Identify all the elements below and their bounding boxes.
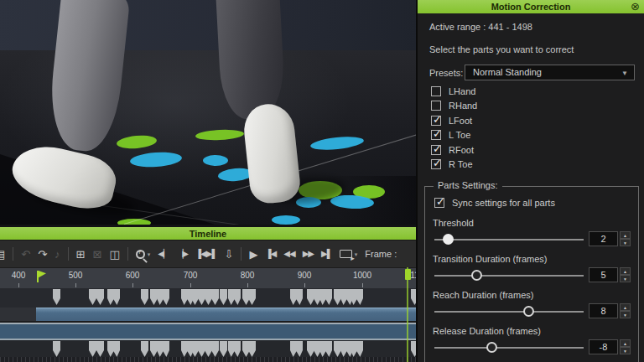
keyframe-marker[interactable] [307, 341, 314, 357]
keyframe-track-top[interactable] [0, 288, 416, 308]
fit-range-icon[interactable]: ▐◀▶▌ [195, 250, 217, 258]
collect-clip-icon[interactable]: ↶ [21, 249, 30, 260]
checkbox-rtoe[interactable] [431, 159, 441, 169]
keyframe-marker[interactable] [351, 341, 363, 357]
timeline-ruler[interactable]: 40050060070080090010001100 [0, 267, 416, 288]
presets-dropdown[interactable]: Normal Standing ▼ [465, 65, 635, 80]
keyframe-marker[interactable] [150, 341, 158, 357]
range-track[interactable] [0, 323, 416, 340]
part-row-rtoe[interactable]: R Toe [431, 158, 477, 173]
sync-settings-row[interactable]: Sync settings for all parts [434, 198, 555, 208]
next-frame-button[interactable]: ▶▶ [303, 250, 314, 258]
clipboard-icon[interactable]: ▤ [0, 249, 5, 260]
keyframe-marker[interactable] [53, 289, 60, 305]
sync-checkbox[interactable] [434, 198, 444, 208]
keyframe-marker[interactable] [157, 289, 169, 305]
keyframe-marker[interactable] [319, 289, 332, 305]
value-field[interactable]: -8 [589, 339, 618, 354]
keyframe-marker[interactable] [211, 341, 219, 357]
timeline-scroll-strip[interactable] [0, 357, 416, 362]
spin-up-button[interactable]: ▲ [620, 231, 631, 239]
keyframe-track-bottom[interactable] [0, 340, 416, 357]
checkbox-lfoot[interactable] [431, 116, 441, 126]
delete-track-icon[interactable]: ⊠ [93, 249, 102, 260]
export-range-icon[interactable]: ⇩ [225, 249, 234, 260]
part-row-rhand[interactable]: RHand [431, 99, 477, 114]
slider-handle[interactable] [443, 234, 454, 245]
panel-title-bar[interactable]: Motion Correction ⊗ [418, 0, 644, 13]
checkbox-rfoot[interactable] [431, 145, 441, 155]
dropdown-caret-icon[interactable]: ▾ [355, 251, 358, 257]
keyframe-marker[interactable] [290, 341, 303, 357]
keyframe-marker[interactable] [351, 289, 363, 305]
keyframe-marker[interactable] [89, 289, 96, 305]
keyframe-marker[interactable] [228, 341, 241, 357]
keyframe-marker[interactable] [290, 289, 303, 305]
loop-range-button[interactable]: ▾ [340, 250, 358, 258]
keyframe-marker[interactable] [205, 289, 212, 305]
value-field[interactable]: 5 [589, 267, 618, 282]
value-field[interactable]: 8 [589, 303, 618, 318]
align-right-key-icon[interactable]: ▕▶ [177, 250, 188, 258]
keyframe-marker[interactable] [248, 341, 256, 357]
part-row-lfoot[interactable]: LFoot [431, 113, 477, 128]
motion-clip[interactable] [36, 308, 416, 321]
collect-clip-add-icon[interactable]: ↷ [38, 249, 47, 260]
audio-clip-icon[interactable]: ♪ [55, 249, 60, 260]
first-frame-button[interactable]: ▐◀ [265, 250, 276, 258]
keyframe-marker[interactable] [191, 289, 199, 305]
spin-down-button[interactable]: ▼ [620, 311, 631, 318]
keyframe-marker[interactable] [248, 289, 256, 305]
keyframe-marker[interactable] [334, 289, 341, 305]
keyframe-marker[interactable] [198, 289, 205, 305]
part-row-lhand[interactable]: LHand [431, 84, 477, 99]
keyframe-marker[interactable] [107, 341, 120, 357]
keyframe-marker[interactable] [198, 341, 205, 357]
spin-up-button[interactable]: ▲ [620, 339, 631, 347]
slider-track[interactable] [434, 347, 584, 349]
viewport-3d[interactable] [0, 0, 416, 227]
checkbox-lhand[interactable] [431, 86, 441, 96]
timeline-title-bar[interactable]: Timeline [0, 227, 416, 240]
keyframe-marker[interactable] [157, 341, 169, 357]
value-field[interactable]: 2 [589, 231, 618, 246]
last-frame-button[interactable]: ▶▌ [321, 250, 332, 258]
slider-track[interactable] [434, 239, 584, 240]
range-start-flag[interactable] [37, 271, 39, 282]
checkbox-ltoe[interactable] [431, 130, 441, 140]
keyframe-marker[interactable] [228, 289, 241, 305]
dropdown-caret-icon[interactable]: ▾ [148, 251, 151, 257]
add-track-icon[interactable]: ⊞ [76, 249, 86, 260]
keyframe-marker[interactable] [96, 289, 104, 305]
keyframe-marker[interactable] [150, 289, 158, 305]
keyframe-marker[interactable] [89, 341, 96, 357]
track-manager-icon[interactable]: ◫ [109, 249, 119, 260]
spin-up-button[interactable]: ▲ [620, 267, 631, 275]
keyframe-marker[interactable] [107, 289, 120, 305]
keyframe-marker[interactable] [334, 341, 341, 357]
keyframe-marker[interactable] [319, 341, 332, 357]
keyframe-marker[interactable] [307, 289, 314, 305]
keyframe-marker[interactable] [141, 341, 148, 357]
checkbox-rhand[interactable] [431, 101, 441, 111]
keyframe-marker[interactable] [211, 289, 219, 305]
keyframe-marker[interactable] [205, 341, 212, 357]
part-row-ltoe[interactable]: L Toe [431, 128, 477, 143]
keyframe-marker[interactable] [141, 289, 148, 305]
part-row-rfoot[interactable]: RFoot [431, 142, 477, 158]
slider-handle[interactable] [523, 306, 534, 317]
prev-frame-button[interactable]: ◀◀ [283, 250, 294, 258]
spin-down-button[interactable]: ▼ [620, 275, 631, 282]
close-icon[interactable]: ⊗ [631, 0, 640, 13]
spin-down-button[interactable]: ▼ [620, 239, 631, 246]
zoom-tool-icon[interactable]: ▾ [136, 250, 151, 259]
slider-track[interactable] [434, 311, 584, 313]
spin-up-button[interactable]: ▲ [620, 303, 631, 311]
slider-track[interactable] [434, 275, 584, 277]
spin-down-button[interactable]: ▼ [620, 347, 631, 354]
keyframe-marker[interactable] [220, 341, 227, 357]
slider-handle[interactable] [471, 270, 482, 281]
align-left-key-icon[interactable]: ◀▏ [158, 250, 169, 258]
keyframe-marker[interactable] [220, 289, 227, 305]
slider-handle[interactable] [486, 342, 497, 353]
